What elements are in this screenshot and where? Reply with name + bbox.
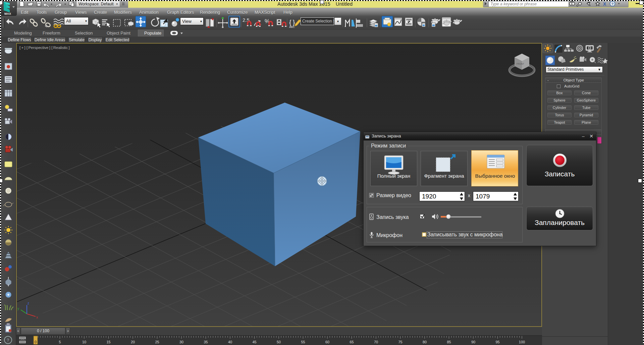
svg-text:100: 100 bbox=[519, 340, 525, 344]
svg-text:75: 75 bbox=[398, 340, 402, 344]
svg-text:65: 65 bbox=[350, 340, 354, 344]
svg-text:30: 30 bbox=[179, 340, 183, 344]
svg-text:x: x bbox=[36, 315, 38, 319]
svg-text:{ }: { } bbox=[289, 19, 295, 26]
svg-text:X: X bbox=[603, 1, 606, 7]
svg-text:15: 15 bbox=[106, 340, 110, 344]
svg-text:?: ? bbox=[7, 338, 9, 343]
svg-text:0: 0 bbox=[35, 340, 37, 344]
svg-text:10: 10 bbox=[82, 340, 86, 344]
svg-text:z: z bbox=[28, 301, 29, 305]
svg-text:50: 50 bbox=[277, 340, 281, 344]
svg-text:95: 95 bbox=[495, 340, 499, 344]
svg-text:60: 60 bbox=[325, 340, 329, 344]
svg-text:40: 40 bbox=[228, 340, 232, 344]
svg-text:20: 20 bbox=[131, 340, 135, 344]
svg-text:90: 90 bbox=[471, 340, 475, 344]
svg-text:?: ? bbox=[611, 2, 614, 6]
svg-text:35: 35 bbox=[204, 340, 208, 344]
svg-text:25: 25 bbox=[155, 340, 159, 344]
svg-text:FRONT: FRONT bbox=[517, 63, 524, 65]
svg-text:ABC: ABC bbox=[289, 25, 295, 28]
svg-text:y: y bbox=[17, 307, 19, 310]
svg-text:70: 70 bbox=[374, 340, 378, 344]
svg-text:55: 55 bbox=[301, 340, 305, 344]
svg-text:80: 80 bbox=[423, 340, 427, 344]
svg-text:MAX: MAX bbox=[4, 12, 11, 15]
svg-text:45: 45 bbox=[252, 340, 256, 344]
svg-text:5: 5 bbox=[59, 340, 61, 344]
svg-text:85: 85 bbox=[447, 340, 451, 344]
